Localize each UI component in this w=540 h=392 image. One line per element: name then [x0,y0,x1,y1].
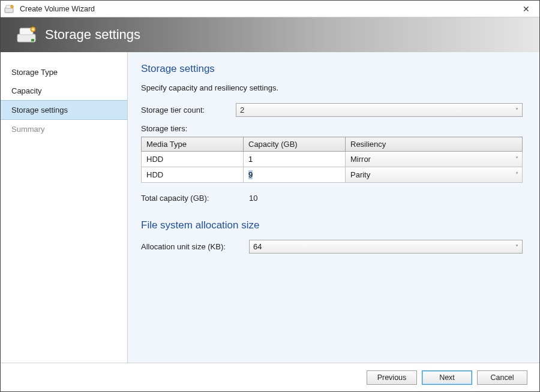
tier-count-select[interactable]: 2 ˅ [236,103,523,117]
tier-resiliency-value: Parity [350,170,370,179]
col-header-media[interactable]: Media Type [142,137,244,152]
button-label: Cancel [491,373,514,382]
window-title: Create Volume Wizard [20,5,95,13]
wizard-body: Storage Type Capacity Storage settings S… [1,52,539,363]
tier-capacity-input[interactable] [244,152,345,167]
cancel-button[interactable]: Cancel [477,370,527,385]
col-header-capacity[interactable]: Capacity (GB) [244,137,346,152]
banner: Storage settings [1,17,539,52]
button-label: Next [439,373,455,382]
section-description: Specify capacity and resiliency settings… [141,83,523,92]
sidebar-item-label: Summary [11,125,45,134]
wizard-window: Create Volume Wizard ✕ Storage settings … [0,0,540,392]
tier-media: HDD [142,153,243,165]
main-panel: Storage settings Specify capacity and re… [128,52,539,363]
total-capacity-label: Total capacity (GB): [141,194,236,203]
chevron-down-icon: ˅ [515,107,518,113]
svg-rect-5 [31,39,34,41]
section-title-storage: Storage settings [141,63,523,75]
next-button[interactable]: Next [422,370,472,385]
tiers-label: Storage tiers: [141,124,523,133]
app-icon [4,4,17,14]
sidebar-item-label: Storage Type [11,68,58,77]
table-row: HDD Mirror ˅ [142,152,523,167]
tier-resiliency-select[interactable]: Mirror ˅ [346,152,522,167]
alloc-label: Allocation unit size (KB): [141,242,249,251]
svg-point-2 [11,5,13,7]
chevron-down-icon: ˅ [515,243,518,250]
chevron-down-icon: ˅ [515,156,518,162]
table-row: HDD Parity ˅ [142,167,523,183]
footer: Previous Next Cancel [1,363,539,391]
button-label: Previous [377,373,407,382]
previous-button[interactable]: Previous [367,370,417,385]
banner-title: Storage settings [45,27,140,43]
title-bar: Create Volume Wizard ✕ [1,1,539,17]
banner-icon [16,26,40,44]
alloc-unit-select[interactable]: 64 ˅ [249,240,523,254]
tier-capacity-input[interactable] [244,168,345,182]
sidebar-item-capacity[interactable]: Capacity [1,82,127,100]
alloc-row: Allocation unit size (KB): 64 ˅ [141,240,523,254]
sidebar-item-summary: Summary [1,120,127,138]
sidebar-item-storage-type[interactable]: Storage Type [1,63,127,82]
close-button[interactable]: ✕ [513,1,539,17]
tier-media: HDD [142,168,243,181]
tier-resiliency-value: Mirror [350,155,371,164]
tier-count-label: Storage tier count: [141,105,236,114]
sidebar-item-storage-settings[interactable]: Storage settings [1,100,127,120]
sidebar-item-label: Capacity [11,86,42,95]
section-title-alloc: File system allocation size [141,219,523,231]
tier-resiliency-select[interactable]: Parity ˅ [346,168,522,182]
tier-count-value: 2 [240,105,244,114]
chevron-down-icon: ˅ [515,171,518,178]
alloc-unit-value: 64 [253,242,262,251]
tiers-table: Media Type Capacity (GB) Resiliency HDD … [141,137,523,183]
total-capacity-value: 10 [236,194,257,203]
total-capacity-row: Total capacity (GB): 10 [141,194,523,203]
col-header-resiliency[interactable]: Resiliency [346,137,523,152]
sidebar: Storage Type Capacity Storage settings S… [1,52,128,363]
sidebar-item-label: Storage settings [11,105,68,114]
tier-count-row: Storage tier count: 2 ˅ [141,103,523,117]
close-icon: ✕ [523,4,530,14]
